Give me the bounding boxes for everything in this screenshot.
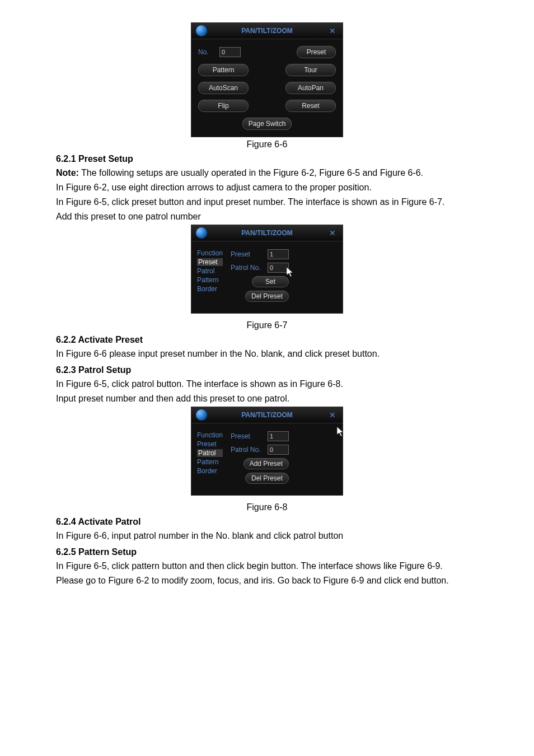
panel-title: PAN/TILT/ZOOM <box>207 229 327 237</box>
function-list: Function Preset Patrol Pattern Border <box>197 249 223 302</box>
patrol-label: Patrol No. <box>231 264 264 272</box>
close-icon[interactable]: ✕ <box>327 228 338 237</box>
autoscan-button[interactable]: AutoScan <box>198 82 249 94</box>
heading-622: 6.2.2 Activate Preset <box>56 335 478 345</box>
no-input[interactable] <box>219 47 241 57</box>
panel-ptz-2: PAN/TILT/ZOOM ✕ Function Preset Patrol P… <box>191 225 343 314</box>
no-label: No. <box>198 48 214 56</box>
figure-caption-6-7: Figure 6-7 <box>56 320 478 330</box>
set-button[interactable]: Set <box>252 276 289 287</box>
panel-body: Function Preset Patrol Pattern Border Pr… <box>191 241 343 313</box>
tour-button[interactable]: Tour <box>285 64 336 76</box>
function-right: Preset Patrol No. Add Preset Del Preset <box>231 431 289 484</box>
paragraph: In Figure 6-6 please input preset number… <box>56 347 478 361</box>
pattern-button[interactable]: Pattern <box>198 64 249 76</box>
paragraph: Please go to Figure 6-2 to modify zoom, … <box>56 574 478 587</box>
paragraph: In Figure 6-5, click preset button and i… <box>56 195 478 209</box>
list-item[interactable]: Pattern <box>197 458 223 466</box>
preset-input[interactable] <box>268 431 289 441</box>
list-item[interactable]: Border <box>197 467 223 475</box>
panel-header: PAN/TILT/ZOOM ✕ <box>191 407 343 423</box>
paragraph: In Figure 6-6, input patrol number in th… <box>56 529 478 543</box>
panel-body: No. Preset Pattern Tour AutoScan AutoPan… <box>191 39 343 137</box>
heading-621: 6.2.1 Preset Setup <box>56 154 478 164</box>
list-item[interactable]: Patrol <box>197 267 223 275</box>
panel-header: PAN/TILT/ZOOM ✕ <box>191 225 343 241</box>
panel-body: Function Preset Patrol Pattern Border Pr… <box>191 423 343 495</box>
list-item[interactable]: Preset <box>197 258 223 266</box>
del-preset-button[interactable]: Del Preset <box>245 291 289 302</box>
paragraph: Input preset number and then add this pr… <box>56 392 478 405</box>
note-label: Note: <box>56 168 79 178</box>
preset-label: Preset <box>231 432 264 440</box>
heading-623: 6.2.3 Patrol Setup <box>56 365 478 375</box>
preset-label: Preset <box>231 250 264 258</box>
patrol-input[interactable] <box>268 263 289 273</box>
paragraph: In Figure 6-5, click patrol button. The … <box>56 377 478 391</box>
autopan-button[interactable]: AutoPan <box>285 82 336 94</box>
patrol-input[interactable] <box>268 445 289 455</box>
heading-624: 6.2.4 Activate Patrol <box>56 517 478 527</box>
panel-ptz-3: PAN/TILT/ZOOM ✕ Function Preset Patrol P… <box>191 407 343 496</box>
add-preset-button[interactable]: Add Preset <box>243 458 289 469</box>
list-item[interactable]: Patrol <box>197 449 223 457</box>
page-switch-button[interactable]: Page Switch <box>242 118 292 130</box>
list-item[interactable]: Preset <box>197 440 223 448</box>
figure-caption-6-6: Figure 6-6 <box>56 139 478 150</box>
paragraph: Note: The following setups are usually o… <box>56 166 478 180</box>
heading-625: 6.2.5 Pattern Setup <box>56 547 478 557</box>
function-label: Function <box>197 249 223 257</box>
logo-icon <box>196 409 207 421</box>
figure-caption-6-8: Figure 6-8 <box>56 502 478 512</box>
function-list: Function Preset Patrol Pattern Border <box>197 431 223 484</box>
svg-marker-1 <box>337 427 343 436</box>
note-text: The following setups are usually operate… <box>79 168 423 178</box>
function-right: Preset Patrol No. Set Del Preset <box>231 249 289 302</box>
paragraph: In Figure 6-2, use eight direction arrow… <box>56 181 478 194</box>
patrol-label: Patrol No. <box>231 446 264 454</box>
panel-title: PAN/TILT/ZOOM <box>207 411 327 419</box>
paragraph: In Figure 6-5, click pattern button and … <box>56 559 478 573</box>
flip-button[interactable]: Flip <box>198 100 249 112</box>
function-label: Function <box>197 431 223 439</box>
list-item[interactable]: Border <box>197 285 223 293</box>
panel-ptz-1: PAN/TILT/ZOOM ✕ No. Preset Pattern Tour … <box>191 22 343 137</box>
panel-title: PAN/TILT/ZOOM <box>207 27 327 35</box>
close-icon[interactable]: ✕ <box>327 26 338 35</box>
preset-input[interactable] <box>268 249 289 259</box>
svg-marker-0 <box>287 267 293 277</box>
panel-header: PAN/TILT/ZOOM ✕ <box>191 23 343 39</box>
logo-icon <box>196 227 207 239</box>
reset-button[interactable]: Reset <box>285 100 336 112</box>
list-item[interactable]: Pattern <box>197 276 223 284</box>
close-icon[interactable]: ✕ <box>327 410 338 419</box>
logo-icon <box>196 25 207 36</box>
del-preset-button[interactable]: Del Preset <box>245 473 289 484</box>
paragraph: Add this preset to one patrol number <box>56 210 478 223</box>
preset-button[interactable]: Preset <box>297 46 336 58</box>
